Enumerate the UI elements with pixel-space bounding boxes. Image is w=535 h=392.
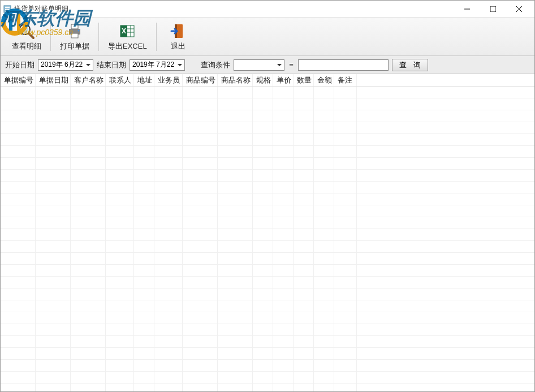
table-cell xyxy=(134,193,154,205)
table-cell xyxy=(218,134,253,145)
view-detail-button[interactable]: 查看明细 xyxy=(5,20,48,54)
table-cell xyxy=(106,158,134,169)
table-cell xyxy=(36,146,71,157)
col-spec[interactable]: 规格 xyxy=(253,74,273,86)
table-cell xyxy=(334,277,357,288)
table-row[interactable] xyxy=(1,312,534,324)
table-row[interactable] xyxy=(1,288,534,300)
table-cell xyxy=(154,384,183,392)
table-cell xyxy=(273,324,294,335)
table-row[interactable] xyxy=(1,229,534,241)
table-row[interactable] xyxy=(1,300,534,312)
table-cell xyxy=(71,300,106,312)
table-row[interactable] xyxy=(1,360,534,372)
start-date-picker[interactable]: 2019年 6月22 xyxy=(38,59,93,71)
table-cell xyxy=(36,98,71,110)
table-cell xyxy=(253,110,273,122)
table-cell xyxy=(294,253,314,264)
table-cell xyxy=(334,134,357,145)
table-row[interactable] xyxy=(1,87,534,98)
table-cell xyxy=(294,170,314,181)
table-row[interactable] xyxy=(1,277,534,288)
table-row[interactable] xyxy=(1,241,534,253)
table-row[interactable] xyxy=(1,265,534,277)
table-cell xyxy=(154,122,183,133)
table-cell xyxy=(273,277,294,288)
col-product-name[interactable]: 商品名称 xyxy=(218,74,253,86)
table-row[interactable] xyxy=(1,253,534,265)
table-cell xyxy=(154,170,183,181)
table-cell xyxy=(154,134,183,145)
table-row[interactable] xyxy=(1,217,534,229)
table-row[interactable] xyxy=(1,110,534,122)
minimize-button[interactable] xyxy=(454,1,480,18)
table-row[interactable] xyxy=(1,98,534,110)
table-cell xyxy=(253,146,273,157)
table-row[interactable] xyxy=(1,372,534,384)
table-cell xyxy=(36,122,71,133)
table-row[interactable] xyxy=(1,182,534,193)
table-row[interactable] xyxy=(1,348,534,360)
table-cell xyxy=(314,348,334,359)
col-quantity[interactable]: 数量 xyxy=(294,74,314,86)
col-remark[interactable]: 备注 xyxy=(334,74,357,86)
table-row[interactable] xyxy=(1,205,534,217)
table-row[interactable] xyxy=(1,384,534,392)
table-cell xyxy=(106,372,134,383)
table-cell xyxy=(314,217,334,229)
table-cell xyxy=(106,277,134,288)
query-condition-select[interactable] xyxy=(234,59,284,71)
table-body[interactable] xyxy=(1,87,534,392)
table-row[interactable] xyxy=(1,336,534,348)
table-row[interactable] xyxy=(1,122,534,134)
close-button[interactable] xyxy=(506,1,532,18)
table-row[interactable] xyxy=(1,170,534,182)
table-cell xyxy=(314,300,334,312)
table-row[interactable] xyxy=(1,146,534,158)
col-doc-date[interactable]: 单据日期 xyxy=(36,74,71,86)
start-date-value: 2019年 6月22 xyxy=(41,60,83,70)
table-cell xyxy=(134,182,154,193)
table-cell xyxy=(253,336,273,347)
col-customer-name[interactable]: 客户名称 xyxy=(71,74,106,86)
end-date-picker[interactable]: 2019年 7月22 xyxy=(130,59,185,71)
query-button[interactable]: 查 询 xyxy=(392,59,428,71)
table-cell xyxy=(1,205,36,217)
table-cell xyxy=(154,110,183,122)
exit-button[interactable]: 退出 xyxy=(159,20,197,54)
exit-label: 退出 xyxy=(171,41,185,51)
export-excel-button[interactable]: X 导出EXCEL xyxy=(101,20,154,54)
col-unit-price[interactable]: 单价 xyxy=(273,74,294,86)
table-cell xyxy=(183,205,218,217)
table-row[interactable] xyxy=(1,193,534,205)
maximize-button[interactable] xyxy=(480,1,506,18)
table-cell xyxy=(154,229,183,240)
table-cell xyxy=(134,384,154,392)
col-doc-number[interactable]: 单据编号 xyxy=(1,74,36,86)
table-cell xyxy=(71,312,106,324)
table-cell xyxy=(218,265,253,276)
table-cell xyxy=(106,146,134,157)
table-cell xyxy=(106,87,134,98)
table-row[interactable] xyxy=(1,134,534,146)
table-cell xyxy=(314,122,334,133)
table-cell xyxy=(1,360,36,371)
print-button[interactable]: 打印单据 xyxy=(53,20,96,54)
col-address[interactable]: 地址 xyxy=(134,74,154,86)
table-cell xyxy=(183,288,218,300)
table-cell xyxy=(183,336,218,347)
query-value-input[interactable] xyxy=(298,59,389,71)
table-cell xyxy=(106,384,134,392)
col-salesperson[interactable]: 业务员 xyxy=(154,74,183,86)
table-cell xyxy=(183,170,218,181)
col-contact[interactable]: 联系人 xyxy=(106,74,134,86)
titlebar: 送货单对账单明细 xyxy=(1,1,534,18)
table-cell xyxy=(71,241,106,252)
table-cell xyxy=(253,372,273,383)
table-cell xyxy=(183,372,218,383)
table-cell xyxy=(71,265,106,276)
table-row[interactable] xyxy=(1,158,534,170)
table-row[interactable] xyxy=(1,324,534,336)
col-amount[interactable]: 金额 xyxy=(314,74,334,86)
col-product-number[interactable]: 商品编号 xyxy=(183,74,218,86)
